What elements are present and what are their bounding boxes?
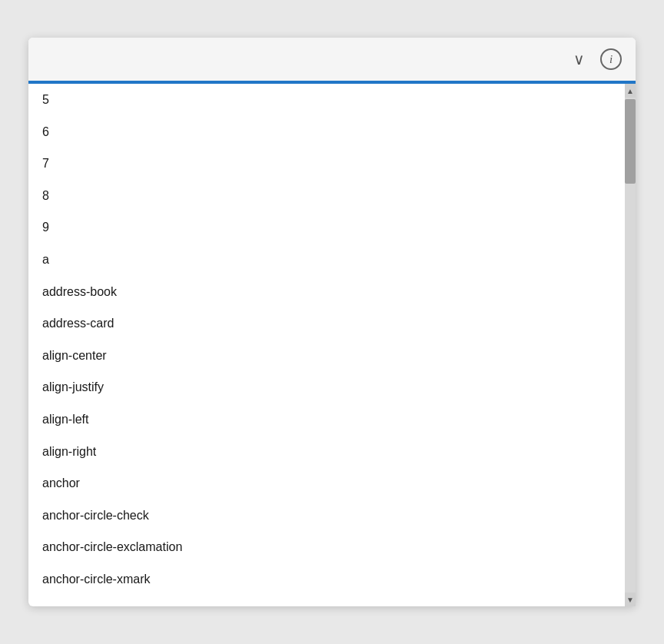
scrollbar-up-arrow[interactable]: ▲ xyxy=(625,84,636,98)
list-item[interactable]: 9 xyxy=(28,211,625,244)
list-item[interactable]: a xyxy=(28,244,625,276)
info-button[interactable]: i xyxy=(600,48,622,70)
list-item[interactable]: 8 xyxy=(28,180,625,212)
list-item[interactable]: 5 xyxy=(28,84,625,116)
chevron-down-button[interactable]: ∨ xyxy=(569,48,589,70)
list-item[interactable]: anchor xyxy=(28,467,625,500)
list-item[interactable]: anchor-circle-xmark xyxy=(28,563,625,596)
scrollbar-thumb[interactable] xyxy=(625,99,636,184)
list-item[interactable]: 6 xyxy=(28,116,625,148)
scrollbar-track: ▲ ▼ xyxy=(625,84,636,606)
scrollbar-down-arrow[interactable]: ▼ xyxy=(625,593,636,606)
dropdown-container: ∨ i 56789aaddress-bookaddress-cardalign-… xyxy=(28,38,636,606)
list-item[interactable]: align-center xyxy=(28,340,625,372)
list-area: 56789aaddress-bookaddress-cardalign-cent… xyxy=(28,84,636,606)
list-item[interactable]: 7 xyxy=(28,148,625,180)
dropdown-header: ∨ i xyxy=(28,38,636,81)
list-item[interactable]: anchor-circle-exclamation xyxy=(28,531,625,563)
list-item[interactable]: align-right xyxy=(28,436,625,468)
list-item[interactable]: anchor-lock xyxy=(28,596,625,607)
list-item[interactable]: align-left xyxy=(28,403,625,436)
list-item[interactable]: address-book xyxy=(28,276,625,308)
list-item[interactable]: anchor-circle-check xyxy=(28,500,625,532)
list-item[interactable]: address-card xyxy=(28,307,625,340)
list-item[interactable]: align-justify xyxy=(28,371,625,403)
list-scroll: 56789aaddress-bookaddress-cardalign-cent… xyxy=(28,84,625,606)
